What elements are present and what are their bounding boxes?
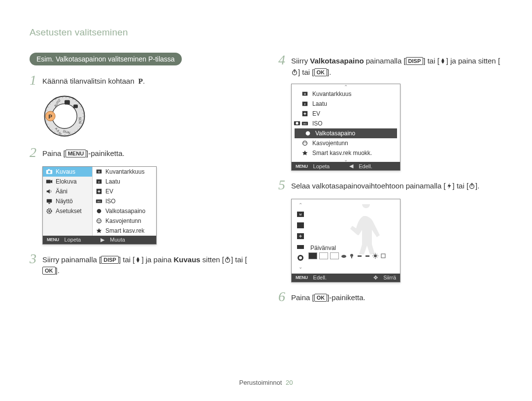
menu-button-label: MENU [66, 150, 86, 157]
step-3-text-f: ]. [56, 266, 60, 275]
step-2-text-b: ]-painiketta. [86, 149, 125, 157]
step-3-bold: Kuvaus [173, 255, 200, 264]
mode-dial-illustration: P AUTO SCN A·S·M DUAL [42, 94, 87, 138]
step-3-text-b: ] tai [ [119, 255, 135, 264]
chevron-down-icon: ⌄ [292, 158, 400, 162]
svg-point-18 [48, 210, 50, 212]
right-arrow-icon: ▶ [100, 237, 104, 243]
svg-rect-50 [297, 245, 304, 249]
camera-icon [46, 168, 53, 175]
svg-point-52 [299, 256, 302, 259]
submenu-label: Smart kasv.rek muokk. [312, 150, 372, 156]
submenu-label: Laatu [312, 100, 327, 107]
svg-point-53 [341, 255, 346, 258]
example-pill: Esim. Valkotasapainon valitseminen P-til… [30, 53, 182, 65]
submenu-label: Kuvantarkkuus [312, 91, 351, 97]
fluorescent-h-icon [357, 253, 363, 259]
screen-footer: MENU Lopeta ▶ Muuta [43, 236, 156, 244]
step-number: 6 [278, 289, 291, 305]
fluorescent-l-icon [365, 253, 370, 259]
camera-screen-wb-options: ⌃ M ⌄ Päivänval [291, 199, 400, 282]
submenu-label-selected: Valkotasapaino [315, 130, 355, 137]
svg-text:F: F [98, 180, 100, 183]
submenu-label: EV [105, 188, 113, 195]
menu-item-elokuva: Elokuva [43, 177, 92, 186]
camera-icon [294, 120, 300, 126]
svg-point-58 [374, 254, 377, 257]
step-3-text-e: ] tai [ [231, 255, 247, 264]
svg-rect-16 [48, 203, 50, 204]
step-4: 4 Siirry Valkotasapaino painamalla [DISP… [278, 53, 502, 78]
custom-icon [380, 253, 386, 259]
wb-cell [319, 252, 328, 259]
person-silhouette [344, 204, 388, 258]
step-number: 3 [30, 251, 42, 267]
menu-label: Näyttö [56, 198, 73, 205]
svg-text:ISO: ISO [303, 123, 307, 125]
svg-text:F: F [304, 103, 305, 106]
ev-icon [96, 188, 102, 195]
svg-point-13 [48, 170, 50, 173]
step-6: 6 Paina [OK]-painiketta. [278, 289, 502, 305]
disp-button-label: DISP [406, 57, 424, 65]
svg-point-40 [303, 141, 307, 146]
flash-icon [446, 183, 453, 189]
step-4-text-e: ] tai [ [298, 68, 314, 76]
submenu-label: Kasvojentunn [105, 217, 141, 224]
svg-point-44 [296, 122, 298, 124]
menu-label: Elokuva [56, 178, 77, 185]
step-2-text-a: Paina [ [42, 149, 66, 157]
svg-rect-15 [47, 199, 52, 202]
svg-point-54 [350, 254, 353, 257]
submenu-label: Smart kasv.rek [105, 227, 144, 234]
svg-text:M: M [304, 93, 306, 95]
menu-left-column: Kuvaus Elokuva Ääni Näyttö [43, 167, 93, 236]
camera-screen-menu: Kuvaus Elokuva Ääni Näyttö [42, 166, 157, 245]
wb-cell [330, 252, 339, 259]
submenu-label: Kasvojentunn [312, 140, 348, 147]
svg-rect-9 [65, 100, 70, 104]
menu-right-column: MKuvantarkkuus FLaatu EV ISOISO Valkotas… [93, 167, 156, 236]
wb-option-strip [308, 252, 386, 259]
svg-text:ISO: ISO [97, 200, 101, 202]
step-number: 2 [30, 145, 42, 160]
svg-text:M: M [299, 213, 302, 216]
quality-icon: F [96, 178, 102, 185]
step-4-text-f: ]. [327, 68, 331, 76]
step-3-text-a: Siirry painamalla [ [42, 255, 101, 264]
step-1-text-b: . [143, 77, 145, 85]
cloudy-icon [341, 253, 347, 259]
menu-icon-label: MENU [47, 237, 59, 242]
step-4-bold: Valkotasapaino [310, 57, 364, 65]
ok-button-label: OK [42, 267, 56, 275]
move-icon: ✥ [373, 275, 378, 281]
step-number: 1 [30, 73, 42, 88]
menu-item-naytto: Näyttö [43, 196, 92, 206]
footer-right: Muuta [110, 237, 125, 243]
step-4-text-a: Siirry [291, 57, 310, 65]
svg-point-26 [97, 209, 101, 213]
submenu-label: Laatu [105, 178, 120, 185]
left-icon-column: ⌃ M ⌄ [294, 201, 307, 271]
svg-point-42 [305, 142, 306, 143]
svg-rect-59 [381, 254, 385, 258]
ev-icon [301, 110, 308, 117]
wb-cell-selected [308, 252, 317, 259]
svg-text:M: M [98, 170, 100, 173]
tungsten-icon [349, 253, 355, 259]
step-5-text-b: ] tai [ [453, 182, 469, 190]
chevron-up-icon: ⌃ [299, 203, 302, 207]
submenu-label: ISO [312, 120, 323, 127]
footer-left: Lopeta [313, 163, 330, 169]
submenu-label: Valkotasapaino [105, 208, 145, 215]
svg-rect-56 [358, 255, 362, 257]
screen-footer: MENU Lopeta ◀ Edell. [292, 162, 400, 170]
page-footer: Perustoiminnot 20 [0, 379, 532, 386]
smart-face-icon [96, 227, 102, 234]
disp-button-label: DISP [101, 256, 119, 264]
step-number: 4 [278, 53, 291, 68]
svg-text:P: P [48, 113, 52, 119]
timer-icon [224, 256, 231, 263]
submenu-label: EV [312, 110, 320, 117]
step-6-text-a: Paina [ [291, 293, 314, 302]
